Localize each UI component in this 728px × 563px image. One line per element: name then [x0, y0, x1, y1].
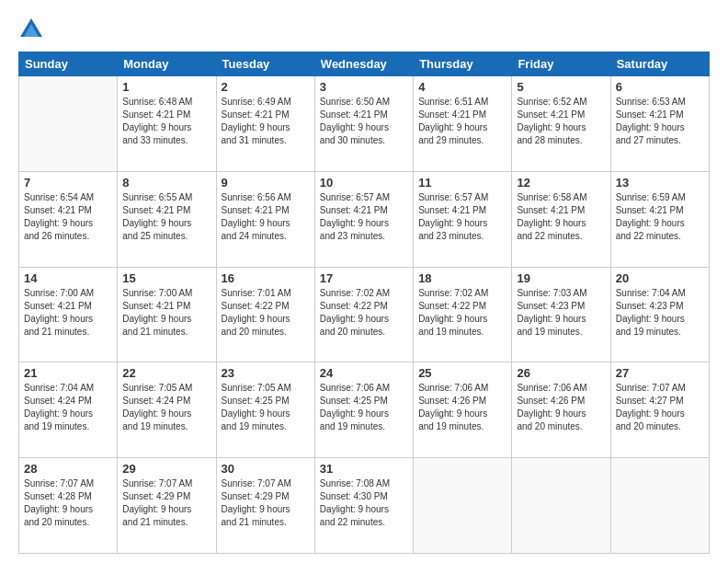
- day-cell: 20Sunrise: 7:04 AMSunset: 4:23 PMDayligh…: [610, 267, 709, 362]
- day-info: Sunrise: 7:03 AMSunset: 4:23 PMDaylight:…: [517, 287, 605, 339]
- day-number: 17: [320, 271, 408, 285]
- day-info: Sunrise: 6:48 AMSunset: 4:21 PMDaylight:…: [122, 96, 210, 147]
- day-cell: [414, 458, 512, 554]
- day-info: Sunrise: 7:00 AMSunset: 4:21 PMDaylight:…: [24, 287, 112, 339]
- day-cell: 29Sunrise: 7:07 AMSunset: 4:29 PMDayligh…: [118, 458, 216, 554]
- day-cell: 26Sunrise: 7:06 AMSunset: 4:26 PMDayligh…: [512, 362, 610, 458]
- day-number: 8: [122, 176, 210, 190]
- weekday-header-saturday: Saturday: [610, 52, 709, 76]
- day-number: 3: [320, 80, 408, 94]
- day-number: 29: [122, 462, 210, 476]
- day-cell: 16Sunrise: 7:01 AMSunset: 4:22 PMDayligh…: [216, 267, 314, 362]
- day-number: 22: [122, 366, 210, 380]
- day-number: 25: [418, 366, 506, 380]
- day-number: 19: [517, 271, 605, 285]
- day-info: Sunrise: 7:07 AMSunset: 4:29 PMDaylight:…: [122, 477, 210, 529]
- day-number: 23: [222, 366, 310, 380]
- day-cell: 28Sunrise: 7:07 AMSunset: 4:28 PMDayligh…: [19, 458, 118, 554]
- day-number: 1: [122, 80, 210, 94]
- weekday-header-thursday: Thursday: [414, 52, 512, 76]
- weekday-header-friday: Friday: [512, 52, 610, 76]
- day-info: Sunrise: 6:57 AMSunset: 4:21 PMDaylight:…: [418, 191, 506, 243]
- day-info: Sunrise: 7:05 AMSunset: 4:25 PMDaylight:…: [222, 382, 310, 433]
- day-info: Sunrise: 6:54 AMSunset: 4:21 PMDaylight:…: [24, 191, 112, 243]
- day-cell: 6Sunrise: 6:53 AMSunset: 4:21 PMDaylight…: [610, 76, 709, 172]
- calendar-page: SundayMondayTuesdayWednesdayThursdayFrid…: [0, 0, 728, 563]
- day-cell: 15Sunrise: 7:00 AMSunset: 4:21 PMDayligh…: [118, 267, 216, 362]
- day-info: Sunrise: 7:00 AMSunset: 4:21 PMDaylight:…: [122, 287, 210, 339]
- week-row-2: 7Sunrise: 6:54 AMSunset: 4:21 PMDaylight…: [19, 171, 710, 267]
- day-number: 27: [616, 366, 704, 380]
- day-number: 11: [418, 176, 506, 190]
- weekday-header-row: SundayMondayTuesdayWednesdayThursdayFrid…: [19, 52, 710, 76]
- weekday-header-tuesday: Tuesday: [216, 52, 314, 76]
- day-cell: 13Sunrise: 6:59 AMSunset: 4:21 PMDayligh…: [610, 171, 709, 267]
- day-number: 7: [24, 176, 112, 190]
- day-number: 24: [320, 366, 408, 380]
- calendar-table: SundayMondayTuesdayWednesdayThursdayFrid…: [18, 52, 710, 554]
- day-cell: 19Sunrise: 7:03 AMSunset: 4:23 PMDayligh…: [512, 267, 610, 362]
- day-info: Sunrise: 7:07 AMSunset: 4:28 PMDaylight:…: [24, 477, 112, 529]
- day-number: 20: [616, 271, 704, 285]
- day-cell: 8Sunrise: 6:55 AMSunset: 4:21 PMDaylight…: [118, 171, 216, 267]
- day-number: 18: [418, 271, 506, 285]
- day-number: 21: [24, 366, 112, 380]
- day-cell: [610, 458, 709, 554]
- week-row-5: 28Sunrise: 7:07 AMSunset: 4:28 PMDayligh…: [19, 458, 710, 554]
- day-info: Sunrise: 7:06 AMSunset: 4:26 PMDaylight:…: [517, 382, 605, 433]
- day-number: 30: [222, 462, 310, 476]
- day-info: Sunrise: 7:04 AMSunset: 4:24 PMDaylight:…: [24, 382, 112, 433]
- day-number: 28: [24, 462, 112, 476]
- day-cell: 14Sunrise: 7:00 AMSunset: 4:21 PMDayligh…: [19, 267, 118, 362]
- day-cell: 17Sunrise: 7:02 AMSunset: 4:22 PMDayligh…: [314, 267, 413, 362]
- week-row-1: 1Sunrise: 6:48 AMSunset: 4:21 PMDaylight…: [19, 76, 710, 172]
- day-info: Sunrise: 6:59 AMSunset: 4:21 PMDaylight:…: [616, 191, 704, 243]
- day-number: 15: [122, 271, 210, 285]
- day-cell: 27Sunrise: 7:07 AMSunset: 4:27 PMDayligh…: [610, 362, 709, 458]
- day-number: 4: [418, 80, 506, 94]
- day-number: 14: [24, 271, 112, 285]
- day-cell: 23Sunrise: 7:05 AMSunset: 4:25 PMDayligh…: [216, 362, 314, 458]
- day-info: Sunrise: 7:06 AMSunset: 4:25 PMDaylight:…: [320, 382, 408, 433]
- day-cell: 11Sunrise: 6:57 AMSunset: 4:21 PMDayligh…: [414, 171, 512, 267]
- day-info: Sunrise: 6:56 AMSunset: 4:21 PMDaylight:…: [222, 191, 310, 243]
- day-number: 5: [517, 80, 605, 94]
- day-info: Sunrise: 7:04 AMSunset: 4:23 PMDaylight:…: [616, 287, 704, 339]
- day-info: Sunrise: 6:51 AMSunset: 4:21 PMDaylight:…: [418, 96, 506, 147]
- day-number: 9: [222, 176, 310, 190]
- day-info: Sunrise: 7:08 AMSunset: 4:30 PMDaylight:…: [320, 477, 408, 529]
- day-number: 2: [222, 80, 310, 94]
- day-cell: 1Sunrise: 6:48 AMSunset: 4:21 PMDaylight…: [118, 76, 216, 172]
- day-cell: [19, 76, 118, 172]
- week-row-3: 14Sunrise: 7:00 AMSunset: 4:21 PMDayligh…: [19, 267, 710, 362]
- day-number: 10: [320, 176, 408, 190]
- day-cell: 22Sunrise: 7:05 AMSunset: 4:24 PMDayligh…: [118, 362, 216, 458]
- day-info: Sunrise: 7:07 AMSunset: 4:27 PMDaylight:…: [616, 382, 704, 433]
- day-info: Sunrise: 7:01 AMSunset: 4:22 PMDaylight:…: [222, 287, 310, 339]
- day-number: 12: [517, 176, 605, 190]
- day-number: 6: [616, 80, 704, 94]
- day-info: Sunrise: 6:58 AMSunset: 4:21 PMDaylight:…: [517, 191, 605, 243]
- day-number: 13: [616, 176, 704, 190]
- weekday-header-sunday: Sunday: [19, 52, 118, 76]
- day-info: Sunrise: 7:02 AMSunset: 4:22 PMDaylight:…: [418, 287, 506, 339]
- day-cell: 21Sunrise: 7:04 AMSunset: 4:24 PMDayligh…: [19, 362, 118, 458]
- day-cell: 12Sunrise: 6:58 AMSunset: 4:21 PMDayligh…: [512, 171, 610, 267]
- day-cell: 24Sunrise: 7:06 AMSunset: 4:25 PMDayligh…: [314, 362, 413, 458]
- day-cell: 18Sunrise: 7:02 AMSunset: 4:22 PMDayligh…: [414, 267, 512, 362]
- weekday-header-monday: Monday: [118, 52, 216, 76]
- weekday-header-wednesday: Wednesday: [314, 52, 413, 76]
- day-cell: 25Sunrise: 7:06 AMSunset: 4:26 PMDayligh…: [414, 362, 512, 458]
- day-cell: 5Sunrise: 6:52 AMSunset: 4:21 PMDaylight…: [512, 76, 610, 172]
- day-info: Sunrise: 6:57 AMSunset: 4:21 PMDaylight:…: [320, 191, 408, 243]
- day-info: Sunrise: 7:05 AMSunset: 4:24 PMDaylight:…: [122, 382, 210, 433]
- header: [18, 17, 710, 42]
- week-row-4: 21Sunrise: 7:04 AMSunset: 4:24 PMDayligh…: [19, 362, 710, 458]
- day-number: 31: [320, 462, 408, 476]
- day-cell: 30Sunrise: 7:07 AMSunset: 4:29 PMDayligh…: [216, 458, 314, 554]
- day-info: Sunrise: 6:55 AMSunset: 4:21 PMDaylight:…: [122, 191, 210, 243]
- day-cell: 10Sunrise: 6:57 AMSunset: 4:21 PMDayligh…: [314, 171, 413, 267]
- day-number: 16: [222, 271, 310, 285]
- day-info: Sunrise: 6:49 AMSunset: 4:21 PMDaylight:…: [222, 96, 310, 147]
- day-info: Sunrise: 7:02 AMSunset: 4:22 PMDaylight:…: [320, 287, 408, 339]
